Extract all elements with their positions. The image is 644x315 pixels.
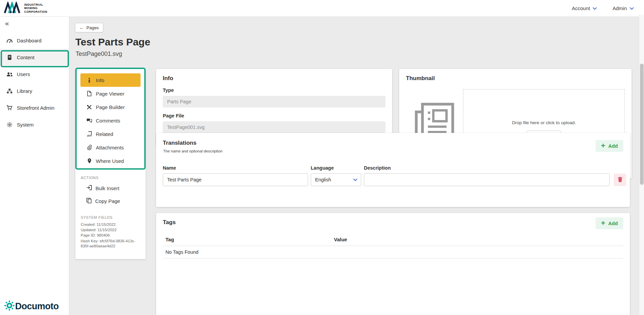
- sidebar-item-dashboard[interactable]: Dashboard: [0, 32, 69, 49]
- paperclip-icon: [86, 145, 92, 150]
- plus-icon: [601, 143, 605, 149]
- tab-attachments[interactable]: Attachments: [80, 141, 141, 154]
- sidebar-item-label: Library: [17, 88, 32, 94]
- translation-name-input[interactable]: [163, 173, 308, 186]
- translation-description-input[interactable]: [364, 173, 610, 186]
- tag-column-header: Tag: [163, 233, 331, 246]
- tab-page-viewer[interactable]: Page Viewer: [80, 87, 141, 100]
- page-file-label: Page File: [163, 113, 385, 118]
- tools-icon: [86, 105, 92, 110]
- scrollbar-thumb[interactable]: [640, 64, 644, 185]
- sidebar-nav: Dashboard Content Users Library: [0, 32, 69, 133]
- company-logo-icon: [4, 2, 22, 15]
- account-menu[interactable]: Account: [572, 5, 597, 11]
- tab-label: Page Viewer: [96, 91, 124, 97]
- page-title: Test Parts Page: [75, 36, 150, 48]
- tab-label: Comments: [96, 118, 120, 124]
- sidebar-item-label: Content: [17, 55, 35, 60]
- system-field-updated: Updated: 11/15/2022: [81, 228, 140, 233]
- system-field-hash-key: Hash Key: efc5f76d-0836-413c-835f-ae80ae…: [81, 239, 140, 249]
- book-icon: [86, 131, 92, 137]
- tab-related[interactable]: Related: [80, 127, 141, 141]
- add-button-label: Add: [608, 221, 618, 226]
- tab-where-used[interactable]: Where Used: [80, 154, 141, 168]
- main-content: ← Pages Test Parts Page TestPage001.svg …: [70, 17, 639, 315]
- page-side-panel: Info Page Viewer Page Builder Comments: [75, 69, 146, 259]
- bulk-insert-action[interactable]: Bulk Insert: [80, 182, 141, 195]
- vertical-scrollbar: [639, 15, 644, 315]
- sidebar-item-label: System: [17, 122, 34, 128]
- chevron-down-icon: [630, 5, 634, 11]
- chevron-down-icon: [353, 177, 357, 182]
- copy-page-action[interactable]: Copy Page: [80, 195, 141, 207]
- tags-table: Tag Value No Tags Found: [163, 233, 623, 258]
- sidebar-item-storefront-admin[interactable]: Storefront Admin: [0, 99, 69, 116]
- account-menu-label: Account: [572, 5, 590, 11]
- cart-icon: [6, 105, 13, 110]
- dropzone-text: Drop file here or click to upload.: [512, 120, 576, 125]
- comments-icon: [86, 118, 92, 123]
- company-name: INDUSTRIAL MOWING CORPORATION: [24, 3, 47, 13]
- admin-menu[interactable]: Admin: [612, 5, 634, 11]
- back-to-pages-button[interactable]: ← Pages: [75, 23, 103, 32]
- sidebar-item-library[interactable]: Library: [0, 82, 69, 99]
- sidebar-item-label: Dashboard: [17, 38, 41, 43]
- translation-language-select[interactable]: English: [311, 173, 361, 186]
- tags-empty-text: No Tags Found: [163, 246, 623, 258]
- file-icon: [86, 91, 92, 96]
- gauge-icon: [6, 38, 13, 43]
- page-subtitle: TestPage001.svg: [76, 50, 122, 58]
- add-translation-button[interactable]: Add: [596, 140, 623, 152]
- add-tag-button[interactable]: Add: [596, 217, 623, 229]
- tags-table-header: Tag Value: [163, 233, 623, 246]
- tab-label: Info: [96, 77, 104, 83]
- name-column-label: Name: [163, 165, 176, 171]
- sitemap-icon: [6, 89, 13, 94]
- users-icon: [6, 72, 13, 77]
- language-selected-value: English: [315, 177, 331, 182]
- tab-info[interactable]: Info: [80, 73, 141, 87]
- sidebar-item-users[interactable]: Users: [0, 66, 69, 82]
- system-fields-section-header: SYSTEM FIELDS: [81, 215, 146, 219]
- system-fields: Created: 11/15/2022 Updated: 11/15/2022 …: [81, 222, 140, 249]
- add-button-label: Add: [608, 143, 618, 149]
- description-column-label: Description: [364, 165, 391, 171]
- sidebar-collapse-button[interactable]: «: [5, 20, 69, 27]
- tags-empty-row: No Tags Found: [163, 246, 623, 258]
- info-icon: [86, 78, 92, 83]
- topbar-menus: Account Admin: [572, 5, 634, 11]
- tab-label: Page Builder: [96, 104, 125, 110]
- language-column-label: Language: [311, 165, 334, 171]
- page-file-field: [163, 121, 385, 133]
- sidebar-item-system[interactable]: System: [0, 116, 69, 133]
- type-field: [163, 96, 385, 107]
- tags-card: Tags Add Tag Value No Tags Found: [156, 213, 630, 315]
- sidebar: « Dashboard Content Users: [0, 17, 69, 315]
- translations-card-subtitle: The name and optional description: [163, 149, 222, 153]
- tab-label: Where Used: [96, 158, 124, 164]
- documoto-gear-icon: [4, 300, 15, 312]
- back-button-label: Pages: [86, 25, 99, 30]
- delete-translation-button[interactable]: [614, 174, 626, 186]
- value-column-header: Value: [331, 233, 623, 246]
- plus-icon: [601, 221, 605, 226]
- journal-icon: [6, 55, 13, 60]
- back-arrow-icon: ←: [79, 25, 84, 30]
- company-logo: INDUSTRIAL MOWING CORPORATION: [4, 2, 47, 15]
- app-root: INDUSTRIAL MOWING CORPORATION Account Ad…: [0, 0, 644, 315]
- topbar: INDUSTRIAL MOWING CORPORATION Account Ad…: [0, 0, 644, 17]
- translations-card: Translations The name and optional descr…: [156, 133, 630, 207]
- sidebar-item-label: Users: [17, 71, 30, 77]
- tab-comments[interactable]: Comments: [80, 114, 141, 127]
- tags-card-title: Tags: [163, 219, 176, 226]
- info-card-title: Info: [163, 75, 385, 82]
- map-marker-icon: [86, 158, 92, 164]
- trash-icon: [617, 177, 623, 183]
- sidebar-item-content[interactable]: Content: [0, 49, 69, 66]
- action-label: Bulk Insert: [96, 185, 119, 191]
- actions-section-header: ACTIONS: [81, 176, 146, 180]
- tab-page-builder[interactable]: Page Builder: [80, 100, 141, 114]
- gear-icon: [6, 122, 13, 128]
- system-field-created: Created: 11/15/2022: [81, 222, 140, 227]
- documoto-logo: Documoto: [4, 300, 59, 312]
